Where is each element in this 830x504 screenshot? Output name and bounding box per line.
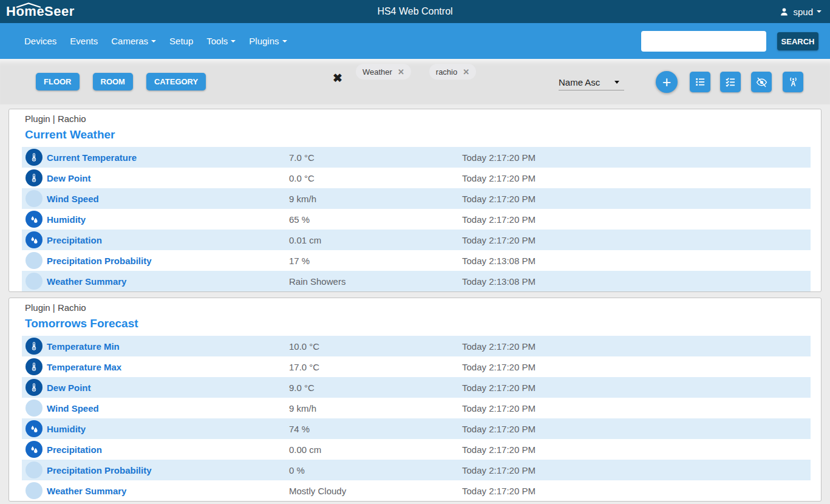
feature-label[interactable]: Precipitation	[47, 235, 102, 245]
feature-label[interactable]: Current Temperature	[47, 152, 137, 163]
feature-row[interactable]: Weather Summary Mostly Cloudy Today 2:17…	[22, 480, 811, 501]
list-view-button[interactable]	[690, 72, 710, 92]
feature-label[interactable]: Precipitation Probability	[47, 465, 152, 475]
feature-row[interactable]: Humidity 65 % Today 2:17:20 PM	[22, 209, 811, 230]
category-filter-button[interactable]: CATEGORY	[146, 73, 206, 90]
homeseer-logo[interactable]: HomeSeer	[6, 1, 75, 22]
broadcast-antenna-button[interactable]	[783, 72, 803, 92]
feature-value: 9 km/h	[289, 194, 462, 204]
nav-item-plugins[interactable]: Plugins	[249, 36, 287, 46]
feature-label[interactable]: Weather Summary	[47, 276, 126, 287]
device-cards: Plugin | Rachio Current Weather Current …	[9, 109, 821, 502]
thermometer-icon	[26, 379, 43, 396]
checklist-view-button[interactable]	[720, 72, 741, 92]
blank-icon	[26, 273, 43, 290]
feature-last-change: Today 2:17:20 PM	[462, 152, 536, 163]
device-list: Plugin | Rachio Current Weather Current …	[0, 104, 830, 504]
feature-row[interactable]: Humidity 74 % Today 2:17:20 PM	[22, 418, 811, 439]
floor-filter-button[interactable]: FLOOR	[36, 73, 80, 90]
hide-devices-button[interactable]	[751, 72, 772, 92]
blank-icon	[26, 461, 43, 478]
feature-value: 9.0 °C	[289, 383, 462, 393]
feature-label[interactable]: Precipitation	[47, 444, 102, 455]
blank-icon	[26, 482, 43, 499]
room-filter-button[interactable]: ROOM	[93, 73, 133, 90]
roof-icon	[15, 2, 42, 8]
filter-chip-rachio[interactable]: rachio ✕	[429, 64, 476, 80]
water-drops-icon	[26, 211, 43, 228]
feature-last-change: Today 2:17:20 PM	[462, 486, 536, 496]
feature-value: 7.0 °C	[289, 152, 462, 163]
search-button[interactable]: SEARCH	[777, 32, 818, 50]
device-group-title[interactable]: Current Weather	[25, 128, 811, 142]
antenna-icon	[787, 76, 800, 89]
feature-rows: Current Temperature 7.0 °C Today 2:17:20…	[22, 147, 811, 291]
nav-item-tools[interactable]: Tools	[206, 36, 236, 46]
feature-label[interactable]: Humidity	[47, 424, 86, 434]
feature-row[interactable]: Dew Point 9.0 °C Today 2:17:20 PM	[22, 377, 811, 398]
feature-value: 0 %	[289, 465, 462, 475]
thermometer-icon	[26, 358, 43, 375]
nav-item-label: Tools	[206, 36, 228, 46]
feature-last-change: Today 2:17:20 PM	[462, 362, 536, 372]
plugin-breadcrumb: Plugin | Rachio	[25, 114, 811, 124]
thermometer-icon	[26, 338, 43, 355]
chip-close-icon[interactable]: ✕	[398, 67, 404, 77]
water-drops-icon	[26, 441, 43, 458]
feature-label[interactable]: Temperature Max	[47, 362, 121, 372]
active-filter-chips: Weather ✕ rachio ✕	[356, 64, 476, 80]
feature-label[interactable]: Wind Speed	[47, 194, 99, 204]
user-menu[interactable]: spud	[779, 7, 821, 17]
feature-label[interactable]: Dew Point	[47, 173, 91, 183]
feature-row[interactable]: Precipitation 0.01 cm Today 2:17:20 PM	[22, 230, 811, 250]
sort-select[interactable]: Name Asc	[559, 75, 624, 90]
nav-item-devices[interactable]: Devices	[24, 36, 56, 46]
nav-item-events[interactable]: Events	[70, 36, 98, 46]
feature-row[interactable]: Current Temperature 7.0 °C Today 2:17:20…	[22, 147, 811, 168]
filter-chip-weather[interactable]: Weather ✕	[356, 64, 411, 80]
feature-row[interactable]: Wind Speed 9 km/h Today 2:17:20 PM	[22, 398, 811, 418]
feature-last-change: Today 2:17:20 PM	[462, 341, 536, 352]
feature-row[interactable]: Precipitation 0.00 cm Today 2:17:20 PM	[22, 439, 811, 460]
feature-value: 10.0 °C	[289, 341, 462, 352]
feature-row[interactable]: Temperature Min 10.0 °C Today 2:17:20 PM	[22, 336, 811, 356]
chevron-down-icon	[817, 10, 821, 13]
nav-item-setup[interactable]: Setup	[169, 36, 193, 46]
thermometer-icon	[26, 149, 43, 166]
feature-label[interactable]: Dew Point	[47, 383, 91, 393]
feature-rows: Temperature Min 10.0 °C Today 2:17:20 PM…	[22, 336, 811, 501]
add-device-button[interactable]: +	[656, 71, 678, 93]
feature-last-change: Today 2:13:08 PM	[462, 276, 536, 287]
feature-value: 17 %	[289, 256, 462, 266]
feature-row[interactable]: Precipitation Probability 17 % Today 2:1…	[22, 250, 811, 271]
feature-row[interactable]: Precipitation Probability 0 % Today 2:17…	[22, 460, 811, 480]
feature-row[interactable]: Wind Speed 9 km/h Today 2:17:20 PM	[22, 188, 811, 209]
device-card: Plugin | Rachio Current Weather Current …	[9, 109, 821, 292]
feature-label[interactable]: Humidity	[47, 214, 86, 225]
feature-label[interactable]: Precipitation Probability	[47, 256, 152, 266]
feature-label[interactable]: Temperature Min	[47, 341, 120, 352]
feature-value: Rain Showers	[289, 276, 462, 287]
feature-last-change: Today 2:17:20 PM	[462, 214, 536, 225]
feature-row[interactable]: Weather Summary Rain Showers Today 2:13:…	[22, 271, 811, 291]
search-input[interactable]	[641, 31, 766, 52]
clear-filters-icon[interactable]: ✖	[333, 72, 342, 85]
feature-value: 9 km/h	[289, 403, 462, 414]
card-header: Plugin | Rachio Current Weather	[9, 109, 821, 147]
feature-row[interactable]: Temperature Max 17.0 °C Today 2:17:20 PM	[22, 356, 811, 377]
feature-value: 17.0 °C	[289, 362, 462, 372]
feature-last-change: Today 2:13:08 PM	[462, 256, 536, 266]
feature-last-change: Today 2:17:20 PM	[462, 383, 536, 393]
feature-label[interactable]: Weather Summary	[47, 486, 126, 496]
username: spud	[793, 7, 813, 17]
feature-value: 65 %	[289, 214, 462, 225]
nav-item-cameras[interactable]: Cameras	[111, 36, 156, 46]
feature-last-change: Today 2:17:20 PM	[462, 444, 536, 455]
chip-close-icon[interactable]: ✕	[463, 67, 469, 77]
chevron-down-icon	[282, 40, 287, 43]
feature-label[interactable]: Wind Speed	[47, 403, 99, 414]
device-group-title[interactable]: Tomorrows Forecast	[25, 316, 811, 331]
feature-row[interactable]: Dew Point 0.0 °C Today 2:17:20 PM	[22, 168, 811, 188]
water-drops-icon	[26, 231, 43, 248]
top-bar: HomeSeer HS4 Web Control spud	[0, 0, 830, 23]
